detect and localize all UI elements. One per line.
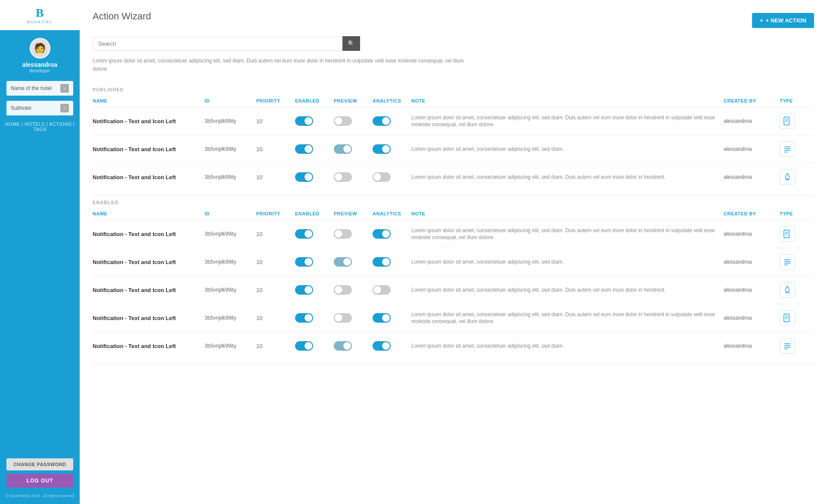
toggle-switch[interactable] [373,116,391,126]
cell-enabled [295,257,334,267]
cell-name: Notification - Text and Icon Left [93,174,205,180]
sections-container: PUBLISHEDNAMEIDPRIORITYENABLEDPREVIEWANA… [93,83,814,364]
cell-preview [334,313,373,323]
cell-id: 3b5vnjdk99ity [205,231,256,237]
cell-id: 3b5vnjdk99ity [205,118,256,124]
hotel-dropdown[interactable]: Name of the hotel › [6,81,73,96]
cell-analytics [373,285,411,295]
nav-home[interactable]: HOME [5,121,20,127]
col-header-priority: PRIORITY [256,211,295,216]
type-icon-list [780,338,795,354]
type-icon-bell [780,169,795,185]
toggle-switch[interactable] [373,313,391,323]
section-label: PUBLISHED [93,83,814,95]
search-bar: 🔍 [93,36,814,51]
cell-note: Lorem ipsum dolor sit amet, consectetuer… [411,286,724,294]
toggle-switch[interactable] [334,257,352,267]
toggle-switch[interactable] [334,341,352,351]
cell-analytics [373,116,411,126]
cell-analytics [373,229,411,239]
cell-enabled [295,116,334,126]
toggle-switch[interactable] [334,313,352,323]
cell-preview [334,257,373,267]
description-text: Lorem ipsum dolor sit amet, consectetuer… [93,57,480,73]
toggle-switch[interactable] [295,172,313,182]
cell-priority: 10 [256,287,295,293]
cell-name: Notification - Text and Icon Left [93,146,205,152]
change-password-button[interactable]: CHANGE PASSWORD [6,458,73,470]
cell-enabled [295,229,334,239]
toggle-switch[interactable] [373,341,391,351]
toggle-switch[interactable] [295,285,313,295]
logo-area: B BOOKYNG [0,0,80,30]
toggle-switch[interactable] [295,313,313,323]
table-row: Notification - Text and Icon Left3b5vnjd… [93,220,814,248]
cell-preview [334,341,373,351]
user-name: alessandroa [22,61,58,68]
nav-tags[interactable]: TAGS [33,127,47,132]
toggle-switch[interactable] [373,172,391,182]
toggle-switch[interactable] [334,116,352,126]
user-role: developer [29,68,50,73]
cell-id: 3b5vnjdk99ity [205,259,256,265]
toggle-switch[interactable] [373,257,391,267]
cell-type [780,141,814,157]
table-row: Notification - Text and Icon Left3b5vnjd… [93,332,814,360]
table-row: Notification - Text and Icon Left3b5vnjd… [93,304,814,332]
col-header-priority: PRIORITY [256,98,295,103]
cell-note: Lorem ipsum dolor sit amet, consectetuer… [411,258,724,266]
cell-note: Lorem ipsum dolor sit amet, consectetuer… [411,174,724,181]
toggle-switch[interactable] [373,229,391,239]
cell-analytics [373,257,411,267]
col-header-created-by: CREATED BY [724,98,780,103]
table-row: Notification - Text and Icon Left3b5vnjd… [93,163,814,191]
nav-hotels[interactable]: HOTELS [25,121,45,127]
toggle-switch[interactable] [334,144,352,154]
cell-note: Lorem ipsum dolor sit amet, consectetuer… [411,146,724,153]
toggle-switch[interactable] [295,229,313,239]
cell-created-by: alessandroa [724,343,780,349]
toggle-switch[interactable] [295,116,313,126]
toggle-switch[interactable] [373,144,391,154]
page-title: Action Wizard [93,11,151,22]
col-header-enabled: ENABLED [295,211,334,216]
cell-id: 3b5vnjdk99ity [205,287,256,293]
sidebar-nav: HOME | HOTELS | ACTIONS | TAGS [0,118,80,135]
cell-analytics [373,144,411,154]
toggle-switch[interactable] [334,172,352,182]
toggle-switch[interactable] [334,229,352,239]
subhotel-dropdown[interactable]: Subhotel › [6,101,73,115]
table-row: Notification - Text and Icon Left3b5vnjd… [93,248,814,276]
logout-button[interactable]: LOG OUT [6,474,73,488]
cell-created-by: alessandroa [724,146,780,152]
cell-name: Notification - Text and Icon Left [93,231,205,237]
cell-priority: 10 [256,118,295,124]
cell-id: 3b5vnjdk99ity [205,146,256,152]
toggle-switch[interactable] [295,257,313,267]
toggle-switch[interactable] [373,285,391,295]
cell-type [780,254,814,270]
cell-created-by: alessandroa [724,231,780,237]
toggle-switch[interactable] [295,341,313,351]
cell-enabled [295,313,334,323]
cell-enabled [295,144,334,154]
cell-created-by: alessandroa [724,118,780,124]
type-icon-list [780,141,795,157]
type-icon-bell [780,282,795,298]
cell-note: Lorem ipsum dolor sit amet, consectetuer… [411,311,724,326]
cell-preview [334,172,373,182]
nav-actions[interactable]: ACTIONS [49,121,72,127]
search-button[interactable]: 🔍 [342,36,360,51]
section-label: ENABLED [93,196,814,208]
search-input[interactable] [93,37,342,51]
cell-created-by: alessandroa [724,287,780,293]
svg-rect-9 [784,230,789,238]
toggle-switch[interactable] [334,285,352,295]
cell-id: 3b5vnjdk99ity [205,315,256,321]
cell-analytics [373,341,411,351]
cell-name: Notification - Text and Icon Left [93,259,205,265]
col-header-preview: PREVIEW [334,211,373,216]
col-header-analytics: ANALYTICS [373,211,411,216]
new-action-button[interactable]: + + NEW ACTION [752,13,814,28]
toggle-switch[interactable] [295,144,313,154]
